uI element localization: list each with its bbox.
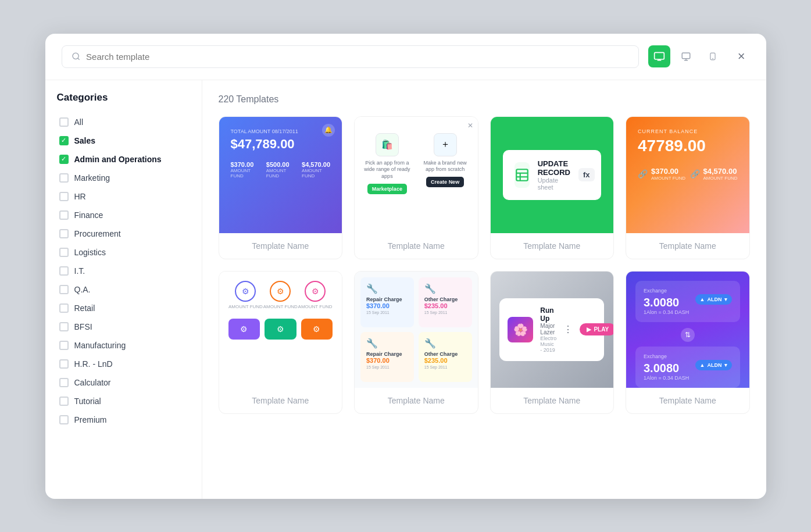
category-logistics[interactable]: Logistics [57, 243, 190, 262]
template-count: 220 Templates [219, 94, 750, 105]
svg-point-0 [72, 53, 78, 59]
view-desktop-wide-button[interactable] [648, 45, 670, 67]
template-preview-5: ⚙ AMOUNT FUND ⚙ AMOUNT FUND ⚙ AMOUNT FUN… [219, 272, 342, 388]
desktop-wide-icon [653, 51, 665, 62]
category-tutorial-checkbox [59, 397, 69, 406]
link-icon-2: 🔗 [690, 169, 700, 178]
close-button[interactable]: × [733, 47, 750, 66]
template-preview-8: Exchange 3.0080 1Alon = 0.34 DASH ▲ ALDN [626, 272, 749, 388]
crypto-badge-1: ▲ ALDN ▾ [695, 294, 732, 305]
crypto-sub-1: 1Alon = 0.34 DASH [644, 309, 689, 315]
category-qa-checkbox [59, 285, 69, 294]
marketplace-button[interactable]: Marketplace [367, 184, 407, 194]
template-card-8[interactable]: Exchange 3.0080 1Alon = 0.34 DASH ▲ ALDN [626, 271, 750, 414]
template-card-5[interactable]: ⚙ AMOUNT FUND ⚙ AMOUNT FUND ⚙ AMOUNT FUN… [219, 271, 343, 414]
repair-item-3: 🔧 Repair Charge $370.00 15 Sep 2011 [360, 332, 414, 382]
desktop-icon [681, 51, 691, 62]
col-card-green: ⚙ [265, 319, 296, 340]
category-it-checkbox [59, 266, 69, 276]
music-card: 🌸 Run Up Major Lazer Electro Music - 201… [499, 298, 604, 361]
category-calculator-label: Calculator [74, 378, 111, 387]
play-button[interactable]: ▶ PLAY [580, 323, 613, 335]
record-subtitle: Update sheet [538, 177, 570, 191]
current-balance-label: CURRENT BALANCE [638, 128, 738, 134]
close-x-icon: ✕ [467, 122, 473, 130]
app-row: 🛍️ Pick an app from a wide range of read… [362, 133, 471, 194]
category-premium[interactable]: Premium [57, 410, 190, 429]
modal-body: Categories All Sales Admin and Operation… [45, 80, 766, 499]
category-calculator-checkbox [59, 378, 69, 387]
template-card-4[interactable]: CURRENT BALANCE 47789.00 🔗 $370.00 AMOUN… [626, 116, 750, 259]
play-icon: ▶ [587, 326, 591, 333]
repair-icon-2: 🔧 [424, 283, 466, 294]
view-mobile-button[interactable] [702, 45, 724, 67]
category-retail-checkbox [59, 304, 69, 313]
link-icon-1: 🔗 [638, 169, 648, 178]
crypto-row-2: Exchange 3.0080 1Alon = 0.34 DASH ▲ ALDN [635, 347, 740, 388]
category-finance[interactable]: Finance [57, 206, 190, 224]
circle-icon-1: ⚙ [235, 281, 256, 302]
search-input[interactable] [86, 52, 629, 62]
template-modal: × Categories All Sales Admin and Operati… [45, 34, 766, 499]
template-name-5: Template Name [219, 388, 342, 413]
crypto-amount-2: 3.0080 [644, 362, 689, 375]
category-qa-label: Q.A. [74, 285, 91, 294]
category-bfsi-checkbox [59, 322, 69, 331]
template-preview-6: 🔧 Repair Charge $370.00 15 Sep 2011 🔧 Ot… [355, 272, 478, 388]
category-hr-lnd-label: H.R. - LnD [74, 359, 113, 369]
template-card-7[interactable]: 🌸 Run Up Major Lazer Electro Music - 201… [490, 271, 614, 414]
category-finance-checkbox [59, 210, 69, 220]
category-qa[interactable]: Q.A. [57, 280, 190, 299]
circle-icon-3: ⚙ [305, 281, 326, 302]
template-card-6[interactable]: 🔧 Repair Charge $370.00 15 Sep 2011 🔧 Ot… [354, 271, 478, 414]
category-it[interactable]: I.T. [57, 262, 190, 280]
category-manufacturing[interactable]: Manufacturing [57, 336, 190, 355]
crypto-label-2: Exchange [644, 354, 732, 359]
category-hr-checkbox [59, 192, 69, 201]
crypto-label-1: Exchange [644, 288, 732, 294]
more-options-icon[interactable]: ⋮ [563, 324, 573, 335]
svg-rect-2 [654, 52, 664, 59]
marketplace-option: 🛍️ Pick an app from a wide range of read… [362, 133, 413, 194]
category-retail[interactable]: Retail [57, 299, 190, 317]
category-hr-lnd[interactable]: H.R. - LnD [57, 355, 190, 373]
create-button[interactable]: Create New [426, 177, 464, 187]
category-procurement[interactable]: Procurement [57, 224, 190, 243]
template-name-8: Template Name [626, 388, 749, 413]
repair-icon-3: 🔧 [366, 338, 408, 349]
category-retail-label: Retail [74, 304, 95, 313]
template-preview-4: CURRENT BALANCE 47789.00 🔗 $370.00 AMOUN… [626, 117, 749, 233]
repair-icon-1: 🔧 [366, 283, 408, 294]
category-marketing[interactable]: Marketing [57, 169, 190, 187]
template-name-7: Template Name [491, 388, 614, 413]
album-art: 🌸 [508, 317, 533, 342]
category-manufacturing-checkbox [59, 341, 69, 350]
create-option: ＋ Make a brand new app from scratch Crea… [420, 133, 471, 187]
category-hr-lnd-checkbox [59, 359, 69, 369]
category-all-label: All [74, 117, 84, 127]
category-sales[interactable]: Sales [57, 131, 190, 150]
category-premium-label: Premium [74, 415, 107, 424]
view-desktop-button[interactable] [675, 45, 697, 67]
template-card-3[interactable]: UPDATE RECORD Update sheet fx Template N… [490, 116, 614, 259]
template-card-2[interactable]: ✕ 🛍️ Pick an app from a wide range of re… [354, 116, 478, 259]
template-name-2: Template Name [355, 233, 478, 259]
fx-badge: fx [578, 168, 595, 181]
template-card-1[interactable]: 🔔 TOTAL AMOUNT 08/17/2011 $47,789.00 $37… [219, 116, 343, 259]
categories-sidebar: Categories All Sales Admin and Operation… [45, 80, 202, 499]
template-name-1: Template Name [219, 233, 342, 259]
balance-bottom-row: 🔗 $370.00 AMOUNT FUND 🔗 $4,57 [638, 167, 738, 181]
category-premium-checkbox [59, 415, 69, 424]
category-tutorial[interactable]: Tutorial [57, 392, 190, 410]
modal-header: × [45, 34, 766, 80]
music-info: Run Up Major Lazer Electro Music - 2019 [540, 306, 556, 353]
category-calculator[interactable]: Calculator [57, 373, 190, 392]
category-hr[interactable]: HR [57, 187, 190, 206]
crypto-sub-2: 1Alon = 0.34 DASH [644, 375, 689, 381]
category-bfsi[interactable]: BFSI [57, 317, 190, 336]
record-text: UPDATE RECORD Update sheet [538, 159, 570, 191]
category-all[interactable]: All [57, 113, 190, 131]
category-it-label: I.T. [74, 266, 85, 276]
category-admin[interactable]: Admin and Operations [57, 150, 190, 169]
category-sales-checkbox [59, 136, 69, 145]
